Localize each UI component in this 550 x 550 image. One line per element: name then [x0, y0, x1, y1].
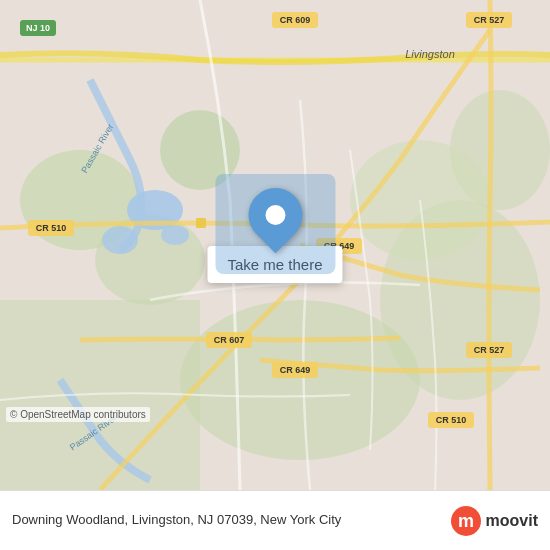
- svg-text:CR 510: CR 510: [36, 223, 67, 233]
- attribution-text: © OpenStreetMap contributors: [10, 409, 146, 420]
- svg-text:CR 527: CR 527: [474, 345, 505, 355]
- map-container: CR 609 CR 527 NJ 10 Livingston CR 510 CR…: [0, 0, 550, 490]
- map-attribution: © OpenStreetMap contributors: [6, 407, 150, 422]
- svg-text:Livingston: Livingston: [405, 48, 455, 60]
- location-pin-dot: [265, 205, 285, 225]
- svg-text:CR 607: CR 607: [214, 335, 245, 345]
- moovit-icon: m: [450, 505, 482, 537]
- svg-text:CR 527: CR 527: [474, 15, 505, 25]
- address-text: Downing Woodland, Livingston, NJ 07039, …: [12, 512, 450, 529]
- svg-rect-34: [196, 218, 206, 228]
- svg-text:CR 510: CR 510: [436, 415, 467, 425]
- svg-text:CR 609: CR 609: [280, 15, 311, 25]
- svg-point-11: [161, 225, 189, 245]
- svg-text:NJ 10: NJ 10: [26, 23, 50, 33]
- moovit-logo: m moovit: [450, 505, 538, 537]
- svg-text:CR 649: CR 649: [280, 365, 311, 375]
- popup-container: Take me there: [207, 188, 342, 283]
- bottom-bar: Downing Woodland, Livingston, NJ 07039, …: [0, 490, 550, 550]
- address-label: Downing Woodland, Livingston, NJ 07039, …: [12, 512, 341, 527]
- moovit-brand-text: moovit: [486, 512, 538, 530]
- svg-rect-3: [0, 300, 200, 490]
- svg-text:m: m: [458, 511, 474, 531]
